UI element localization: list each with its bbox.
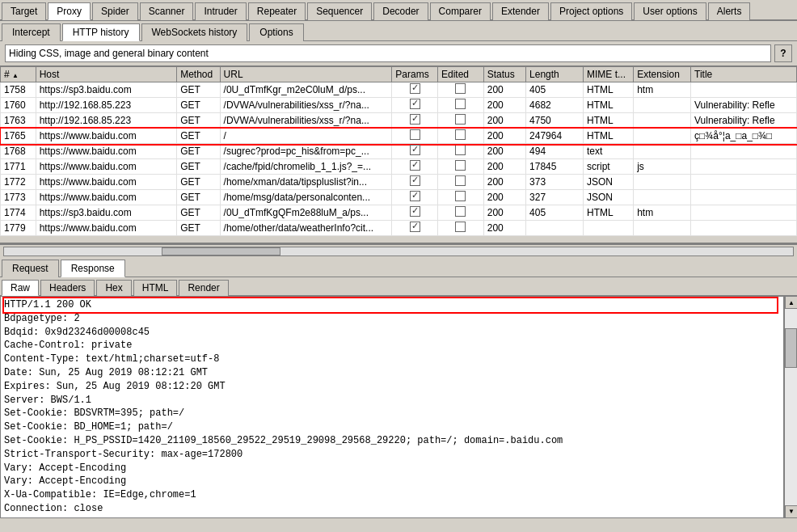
checkbox[interactable] xyxy=(455,99,466,109)
tab-sequencer[interactable]: Sequencer xyxy=(307,2,372,20)
table-row[interactable]: 1772https://www.baidu.comGET/home/xman/d… xyxy=(1,175,797,190)
col-header-status[interactable]: Status xyxy=(483,67,525,82)
tab-scanner[interactable]: Scanner xyxy=(140,2,194,20)
table-row[interactable]: 1763http://192.168.85.223GET/DVWA/vulner… xyxy=(1,113,797,129)
table-cell: https://sp3.baidu.com xyxy=(36,205,177,221)
tab-comparer[interactable]: Comparer xyxy=(430,2,491,20)
tab-http-history[interactable]: HTTP history xyxy=(62,23,140,41)
response-line: Strict-Transport-Security: max-age=17280… xyxy=(4,448,780,462)
tab-repeater[interactable]: Repeater xyxy=(248,2,306,20)
table-row[interactable]: 1773https://www.baidu.comGET/home/msg/da… xyxy=(1,190,797,205)
response-line: Content-Type: text/html;charset=utf-8 xyxy=(4,353,780,366)
tab-intercept[interactable]: Intercept xyxy=(2,23,61,41)
table-wrapper[interactable]: # ▲ Host Method URL Params Edited Status… xyxy=(0,66,797,243)
tab-decoder[interactable]: Decoder xyxy=(373,2,428,20)
table-row[interactable]: 1774https://sp3.baidu.comGET/0U_dTmfKgQF… xyxy=(1,205,797,221)
col-header-length[interactable]: Length xyxy=(526,67,584,82)
table-cell: 200 xyxy=(483,159,525,175)
tab-intruder[interactable]: Intruder xyxy=(195,2,246,20)
tab-project-options[interactable]: Project options xyxy=(550,2,632,20)
tab-proxy[interactable]: Proxy xyxy=(48,2,91,20)
scroll-down-button[interactable]: ▼ xyxy=(785,505,797,518)
checkbox[interactable] xyxy=(410,99,420,109)
checkbox[interactable] xyxy=(410,206,420,217)
tab-raw[interactable]: Raw xyxy=(2,280,39,296)
checkbox[interactable] xyxy=(455,175,466,186)
tab-headers[interactable]: Headers xyxy=(40,280,95,296)
checkbox[interactable] xyxy=(455,191,466,201)
table-cell xyxy=(438,98,484,113)
response-line: Connection: close xyxy=(4,502,780,516)
col-header-method[interactable]: Method xyxy=(177,67,220,82)
v-scroll-thumb[interactable] xyxy=(785,328,797,368)
checkbox[interactable] xyxy=(455,145,466,155)
table-row[interactable]: 1779https://www.baidu.comGET/home/other/… xyxy=(1,221,797,236)
checkbox[interactable] xyxy=(410,114,420,125)
checkbox[interactable] xyxy=(455,114,466,125)
checkbox[interactable] xyxy=(410,191,420,201)
table-cell xyxy=(691,221,797,236)
tab-hex[interactable]: Hex xyxy=(96,280,131,296)
table-cell: 1772 xyxy=(1,175,36,190)
tab-response[interactable]: Response xyxy=(61,260,125,277)
table-cell: HTML xyxy=(583,82,633,98)
tab-user-options[interactable]: User options xyxy=(634,2,706,20)
secondary-tab-bar: Intercept HTTP history WebSockets histor… xyxy=(0,21,797,41)
table-row[interactable]: 1768https://www.baidu.comGET/sugrec?prod… xyxy=(1,144,797,159)
table-cell: GET xyxy=(177,221,220,236)
table-cell: HTML xyxy=(583,113,633,129)
checkbox[interactable] xyxy=(410,83,420,94)
help-button[interactable]: ? xyxy=(774,44,792,62)
tab-websockets-history[interactable]: WebSockets history xyxy=(141,23,248,41)
tab-spider[interactable]: Spider xyxy=(92,2,138,20)
col-header-url[interactable]: URL xyxy=(220,67,392,82)
h-scroll-thumb[interactable] xyxy=(162,247,280,255)
table-cell: HTML xyxy=(583,98,633,113)
col-header-num[interactable]: # ▲ xyxy=(1,67,36,82)
tab-extender[interactable]: Extender xyxy=(492,2,549,20)
col-header-edited[interactable]: Edited xyxy=(438,67,484,82)
h-scroll-track[interactable] xyxy=(3,247,794,256)
table-cell xyxy=(438,190,484,205)
col-header-mime[interactable]: MIME t... xyxy=(583,67,633,82)
col-header-params[interactable]: Params xyxy=(392,67,438,82)
table-cell: https://www.baidu.com xyxy=(36,175,177,190)
table-row[interactable]: 1760http://192.168.85.223GET/DVWA/vulner… xyxy=(1,98,797,113)
tab-options[interactable]: Options xyxy=(249,23,303,41)
checkbox[interactable] xyxy=(455,222,466,232)
checkbox[interactable] xyxy=(410,175,420,186)
table-row[interactable]: 1771https://www.baidu.comGET/cache/fpid/… xyxy=(1,159,797,175)
table-row[interactable]: 1765https://www.baidu.comGET/200247964HT… xyxy=(1,129,797,144)
tab-request[interactable]: Request xyxy=(2,260,59,277)
vertical-scrollbar[interactable]: ▲ ▼ xyxy=(784,296,797,518)
table-row[interactable]: 1758https://sp3.baidu.comGET/0U_dTmfKgr_… xyxy=(1,82,797,98)
col-header-title[interactable]: Title xyxy=(691,67,797,82)
tab-render[interactable]: Render xyxy=(179,280,228,296)
col-header-extension[interactable]: Extension xyxy=(634,67,691,82)
checkbox[interactable] xyxy=(410,129,420,140)
table-cell: 494 xyxy=(526,144,584,159)
table-cell xyxy=(392,205,438,221)
checkbox[interactable] xyxy=(455,160,466,171)
tab-alerts[interactable]: Alerts xyxy=(708,2,751,20)
checkbox[interactable] xyxy=(410,222,420,232)
checkbox[interactable] xyxy=(455,83,466,94)
checkbox[interactable] xyxy=(455,206,466,217)
table-cell: http://192.168.85.223 xyxy=(36,98,177,113)
tab-html[interactable]: HTML xyxy=(133,280,178,296)
table-cell: 405 xyxy=(526,205,584,221)
horizontal-scrollbar[interactable] xyxy=(0,244,797,257)
scroll-up-button[interactable]: ▲ xyxy=(785,296,797,309)
tab-target[interactable]: Target xyxy=(2,2,46,20)
col-header-host[interactable]: Host xyxy=(36,67,177,82)
checkbox[interactable] xyxy=(410,145,420,155)
response-content[interactable]: HTTP/1.1 200 OKBdpagetype: 2Bdqid: 0x9d2… xyxy=(0,296,784,518)
response-area: HTTP/1.1 200 OKBdpagetype: 2Bdqid: 0x9d2… xyxy=(0,296,797,518)
checkbox[interactable] xyxy=(410,160,420,171)
checkbox[interactable] xyxy=(455,129,466,140)
table-cell xyxy=(526,221,584,236)
response-line: HTTP/1.1 200 OK xyxy=(4,298,777,312)
table-cell xyxy=(438,221,484,236)
filter-input[interactable] xyxy=(5,44,771,62)
v-scroll-track[interactable] xyxy=(785,309,797,505)
